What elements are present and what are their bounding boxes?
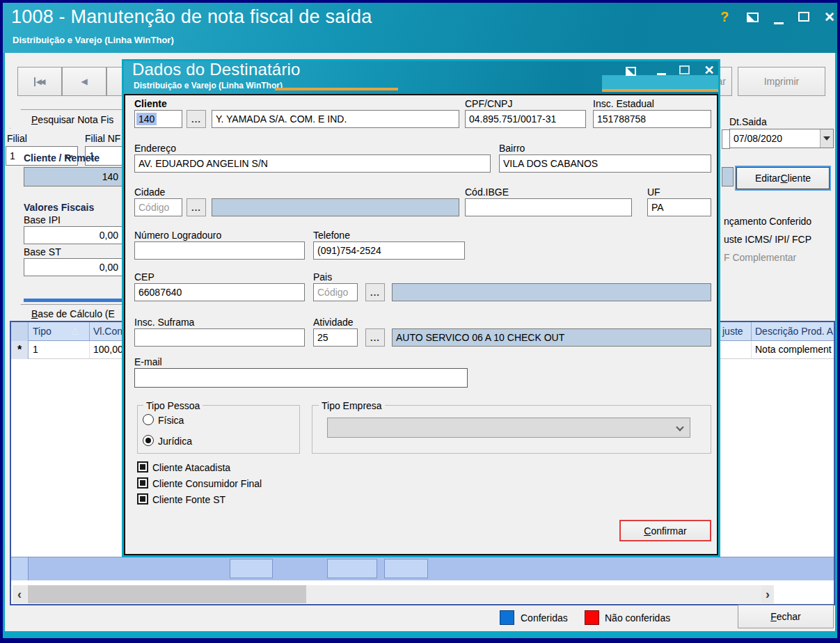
base-ipi-field[interactable]: 0,00 (24, 226, 122, 244)
base-st-field[interactable]: 0,00 (24, 258, 122, 276)
minimize-icon[interactable] (774, 22, 784, 24)
editar-cliente-button[interactable]: Editar Cliente (736, 167, 830, 189)
cpf-cnpj-label: CPF/CNPJ (465, 98, 512, 109)
valores-fiscais-heading: Valores Fiscais (24, 202, 94, 213)
grid-col-tipo[interactable]: Tipo (33, 326, 51, 337)
hscrollbar-thumb[interactable] (28, 585, 306, 603)
cliente-fonte-st-label: Cliente Fonte ST (152, 494, 225, 505)
grid-footer-cell (384, 559, 428, 578)
nao-conferidas-label: Não conferidas (605, 612, 670, 624)
cliente-lookup-button[interactable]: ... (187, 110, 206, 128)
cidade-label: Cidade (134, 186, 165, 198)
grid-col-descricao[interactable]: Descrição Prod. A (755, 326, 833, 337)
cidade-code-field[interactable]: Código (134, 198, 182, 216)
close-icon[interactable]: ✕ (821, 8, 838, 25)
dialog-tab-highlight (602, 75, 718, 89)
juridica-radio[interactable] (143, 435, 154, 446)
grid-header-divider (89, 322, 90, 341)
dialog-close-icon[interactable]: ✕ (702, 63, 717, 78)
cliente-fonte-st-checkbox[interactable] (137, 493, 148, 505)
filial-nf-label: Filial NF (85, 133, 120, 144)
cpf-cnpj-field[interactable]: 04.895.751/0017-31 (465, 110, 586, 128)
pais-name-field (392, 283, 711, 301)
tab-pesquisar-nota[interactable]: Pesquisar Nota Fis (10, 109, 135, 129)
atividade-label: Atividade (313, 317, 354, 328)
tipo-empresa-combobox[interactable] (327, 418, 690, 438)
grid-cell-vl-contabil: 100,00 (93, 344, 123, 355)
grid-header-divider2 (751, 322, 752, 341)
insc-suframa-field[interactable] (134, 328, 305, 347)
dialog-minimize-icon[interactable] (657, 73, 666, 75)
numero-logradouro-field[interactable] (134, 241, 305, 260)
nav-prev-button[interactable]: ◀ (62, 67, 106, 96)
juridica-label: Jurídica (158, 436, 192, 447)
grid-row-divider2 (751, 341, 752, 359)
confirmar-button[interactable]: Confirmar (619, 520, 711, 541)
cliente-code-field[interactable]: 140 (134, 110, 182, 128)
cep-field[interactable]: 66087640 (134, 283, 305, 301)
dialog-restore-icon[interactable] (622, 64, 639, 78)
grid-col-ajuste-fragment[interactable]: juste (722, 326, 743, 337)
cidade-name-field (212, 198, 459, 216)
conferidas-swatch (500, 610, 514, 625)
restore-icon[interactable] (743, 10, 761, 25)
cod-ibge-label: Cód.IBGE (465, 186, 509, 198)
tab-pesquisar-label: esquisar Nota Fis (38, 114, 113, 125)
clipped-disabled-sliver (722, 167, 734, 186)
pais-lookup-button[interactable]: ... (365, 283, 385, 301)
frame-right (835, 53, 837, 631)
telefone-field[interactable]: (091)754-2524 (313, 241, 465, 260)
email-label: E-mail (134, 356, 162, 367)
cep-label: CEP (134, 271, 154, 283)
main-window-subtitle: Distribuição e Varejo (Linha WinThor) (13, 35, 174, 45)
tab-base-calculo-label: ase de Cálculo (E (38, 308, 115, 319)
sort-asc-icon: △ (72, 325, 79, 335)
selected-text: 140 (136, 113, 157, 125)
insc-estadual-label: Insc. Estadual (593, 98, 654, 109)
insc-estadual-field[interactable]: 151788758 (593, 110, 711, 128)
fisica-label: Física (158, 415, 184, 426)
dialog-subtitle: Distribuição e Varejo (Linha WinThor) (134, 81, 283, 90)
dialog-titlebar: Dados do Destinatário Distribuição e Var… (124, 61, 718, 94)
tipo-pessoa-legend: Tipo Pessoa (143, 400, 203, 411)
dialog-gold-underline-center (275, 88, 398, 90)
endereco-field[interactable]: AV. EDUARDO ANGELIN S/N (134, 154, 491, 173)
cliente-label: Cliente (134, 98, 167, 109)
cliente-codigo-field: 140 (24, 167, 122, 186)
ajuste-icms-fragment: uste ICMS/ IPI/ FCP (724, 234, 811, 245)
scroll-left-icon[interactable]: ‹ (13, 585, 26, 603)
grid-header-selector (11, 322, 29, 341)
atividade-lookup-button[interactable]: ... (365, 328, 385, 347)
dt-saida-dropdown-button[interactable] (820, 129, 833, 148)
tab-base-calculo[interactable]: Base de Cálculo (E (10, 304, 135, 323)
uf-field[interactable]: PA (647, 198, 711, 216)
bairro-label: Bairro (499, 143, 525, 154)
bairro-field[interactable]: VILA DOS CABANOS (499, 154, 711, 173)
cod-ibge-field[interactable] (465, 198, 632, 216)
cliente-atacadista-checkbox[interactable] (137, 461, 148, 473)
imprimir-button[interactable]: Imprimir (738, 67, 825, 96)
fisica-radio[interactable] (143, 414, 154, 425)
nav-first-button[interactable]: ◀◀ (17, 67, 62, 96)
dialog-maximize-icon[interactable] (679, 65, 690, 74)
cidade-lookup-button[interactable]: ... (187, 198, 206, 216)
grid-row-divider (89, 341, 90, 359)
telefone-label: Telefone (313, 230, 350, 241)
nav-first-bar (34, 77, 35, 86)
cliente-name-field[interactable]: Y. YAMADA S/A. COM. E IND. (212, 110, 459, 128)
restore-glyph (747, 13, 759, 22)
insc-suframa-label: Insc. Suframa (134, 317, 194, 328)
maximize-icon[interactable] (798, 12, 809, 22)
base-ipi-label: Base IPI (24, 214, 61, 225)
fechar-button[interactable]: Fechar (738, 605, 834, 628)
atividade-code-field[interactable]: 25 (313, 328, 358, 347)
nav-first-icon: ◀◀ (36, 77, 44, 86)
email-field[interactable] (134, 368, 468, 388)
dt-saida-combobox[interactable]: 07/08/2020 (729, 129, 834, 148)
scroll-right-icon[interactable]: › (761, 585, 774, 603)
help-icon[interactable]: ? (715, 8, 734, 25)
cliente-consumidor-checkbox[interactable] (137, 477, 148, 489)
endereco-label: Endereço (134, 143, 176, 154)
pais-code-field[interactable]: Código (313, 283, 358, 301)
panel-accent-line (24, 299, 125, 302)
